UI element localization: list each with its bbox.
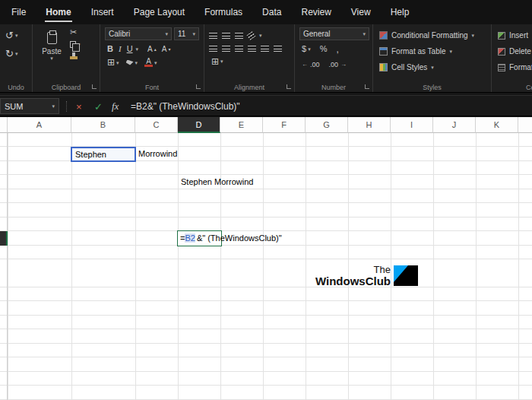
- align-middle-icon[interactable]: [222, 33, 230, 39]
- sheet: A B C D E F G H I J K Stephen Morrowind …: [0, 117, 532, 400]
- number-group-label: Number: [295, 84, 372, 91]
- column-header-j[interactable]: J: [433, 117, 476, 133]
- format-painter-button[interactable]: [68, 52, 83, 60]
- menu-formulas[interactable]: Formulas: [195, 0, 252, 24]
- format-cells-button[interactable]: Format ▾: [492, 60, 532, 75]
- watermark-line2: WindowsClub: [315, 275, 391, 287]
- column-header-a[interactable]: A: [8, 117, 71, 133]
- chevron-down-icon: ▾: [363, 31, 366, 37]
- menu-insert[interactable]: Insert: [81, 0, 124, 24]
- font-size-value: 11: [178, 30, 185, 38]
- formula-input[interactable]: =B2&" (TheWindowsClub)": [131, 96, 240, 117]
- redo-button[interactable]: ↻ ▾: [0, 46, 32, 61]
- borders-button[interactable]: ⊞ ▾: [105, 57, 122, 68]
- row-header-8-selected[interactable]: [0, 231, 8, 246]
- conditional-formatting-button[interactable]: Conditional Formatting ▾: [373, 28, 491, 43]
- column-header-c[interactable]: C: [135, 117, 178, 133]
- column-header-d[interactable]: D: [178, 117, 220, 133]
- cell-b2[interactable]: Stephen: [71, 147, 136, 162]
- select-all-corner[interactable]: [0, 117, 8, 133]
- column-header-f[interactable]: F: [263, 117, 306, 133]
- accounting-format-button[interactable]: $ ▾: [299, 44, 313, 54]
- menu-page-layout[interactable]: Page Layout: [124, 0, 195, 24]
- undo-button[interactable]: ↺ ▾: [0, 28, 32, 43]
- borders-icon: ⊞: [107, 58, 115, 67]
- cancel-button[interactable]: ×: [76, 96, 82, 117]
- column-header-g[interactable]: G: [306, 117, 348, 133]
- enter-button[interactable]: ✓: [94, 96, 103, 117]
- dialog-launcher-icon[interactable]: [92, 84, 97, 89]
- row-header-strip[interactable]: [0, 133, 8, 400]
- chevron-down-icon: ▾: [15, 33, 18, 38]
- underline-button[interactable]: U: [125, 43, 135, 54]
- decrease-decimal-button[interactable]: .00: [327, 60, 350, 69]
- dialog-launcher-icon[interactable]: [196, 84, 201, 89]
- decrease-indent-icon[interactable]: [248, 46, 256, 52]
- grid-canvas[interactable]: [0, 133, 532, 400]
- font-color-button[interactable]: A ▾: [142, 57, 160, 68]
- font-group-label: Font: [100, 84, 204, 91]
- comma-style-button[interactable]: ,: [334, 44, 340, 55]
- cell-d4[interactable]: Stephen Morrowind: [178, 175, 253, 189]
- cell-d8-editing[interactable]: =B2&" (TheWindowsClub)": [177, 230, 222, 246]
- chevron-down-icon: ▾: [116, 60, 119, 65]
- cell-styles-button[interactable]: Cell Styles ▾: [373, 60, 491, 75]
- excel-window: { "menu": { "items": ["File", "Home", "I…: [0, 0, 532, 400]
- align-top-icon[interactable]: [209, 33, 217, 39]
- menu-file[interactable]: File: [2, 0, 36, 24]
- increase-font-size-button[interactable]: A: [145, 44, 159, 54]
- bold-button[interactable]: B: [105, 43, 116, 54]
- menu-help[interactable]: Help: [381, 0, 420, 24]
- ribbon-group-clipboard: Paste ▾ ✂ ▾ Clipboard: [33, 24, 100, 92]
- copy-button[interactable]: ▾: [68, 40, 83, 49]
- increase-indent-icon[interactable]: [261, 46, 269, 52]
- watermark-line1: The: [374, 264, 391, 275]
- fill-color-button[interactable]: ▾: [124, 59, 141, 66]
- font-name-select[interactable]: Calibri ▾: [105, 27, 172, 40]
- delete-cells-button[interactable]: Delete ▾: [492, 44, 532, 59]
- dialog-launcher-icon[interactable]: [287, 84, 291, 89]
- column-header-e[interactable]: E: [220, 117, 263, 133]
- menu-bar: File Home Insert Page Layout Formulas Da…: [0, 0, 532, 24]
- copy-icon: [70, 41, 76, 48]
- paste-button[interactable]: Paste ▾: [39, 28, 65, 75]
- insert-function-button[interactable]: fx: [112, 96, 119, 117]
- align-bottom-icon[interactable]: [235, 33, 243, 39]
- cell-styles-label: Cell Styles: [391, 63, 427, 71]
- insert-cells-icon: [498, 32, 505, 40]
- column-header-b[interactable]: B: [71, 117, 135, 133]
- fill-color-icon: [126, 60, 134, 65]
- menu-review[interactable]: Review: [291, 0, 340, 24]
- name-box-value: SUM: [5, 102, 23, 111]
- dialog-launcher-icon[interactable]: [365, 84, 369, 89]
- cut-button[interactable]: ✂: [68, 27, 83, 37]
- column-header-h[interactable]: H: [348, 117, 391, 133]
- wrap-text-icon[interactable]: [274, 46, 282, 52]
- number-format-select[interactable]: General ▾: [299, 27, 369, 40]
- percent-style-button[interactable]: %: [318, 44, 330, 54]
- decrease-font-size-button[interactable]: A: [160, 44, 173, 54]
- undo-group-label: Undo: [0, 84, 32, 91]
- orientation-icon[interactable]: [247, 31, 256, 40]
- chevron-down-icon: ▾: [135, 60, 138, 65]
- align-right-icon[interactable]: [235, 46, 243, 52]
- menu-data[interactable]: Data: [252, 0, 291, 24]
- align-center-icon[interactable]: [222, 46, 230, 52]
- name-box[interactable]: SUM ▾: [0, 98, 59, 114]
- cell-c2[interactable]: Morrowind: [135, 147, 177, 160]
- column-header-partial[interactable]: [518, 117, 532, 133]
- increase-decimal-button[interactable]: .00: [299, 60, 322, 69]
- column-header-k[interactable]: K: [476, 117, 518, 133]
- insert-cells-button[interactable]: Insert ▾: [492, 28, 532, 43]
- menu-view[interactable]: View: [341, 0, 381, 24]
- font-color-icon: A: [144, 58, 153, 67]
- chevron-down-icon: ▾: [308, 46, 311, 52]
- chevron-down-icon: ▾: [154, 60, 157, 65]
- column-header-i[interactable]: I: [391, 117, 433, 133]
- merge-center-button[interactable]: ⊞ ▾: [209, 56, 226, 67]
- align-left-icon[interactable]: [209, 46, 217, 52]
- font-size-select[interactable]: 11 ▾: [174, 27, 199, 40]
- format-as-table-button[interactable]: Format as Table ▾: [373, 44, 491, 59]
- italic-button[interactable]: I: [116, 43, 124, 54]
- menu-home[interactable]: Home: [36, 0, 81, 24]
